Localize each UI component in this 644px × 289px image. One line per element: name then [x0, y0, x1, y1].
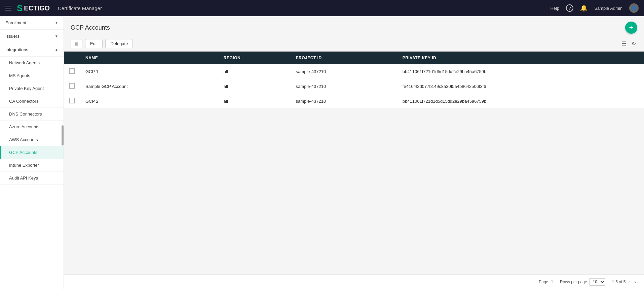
- sidebar-item-ms-agents[interactable]: MS Agents: [0, 69, 64, 82]
- add-button[interactable]: +: [625, 22, 637, 34]
- sidebar-items: Network AgentsMS AgentsPrivate Key Agent…: [0, 57, 64, 185]
- row-project-id: sample-437210: [291, 94, 397, 109]
- brand: S ECTIGO: [17, 3, 50, 13]
- sidebar-item-dns-connectors[interactable]: DNS Connectors: [0, 108, 64, 121]
- issuers-label: Issuers: [5, 34, 20, 39]
- page-label: Page: [539, 280, 548, 284]
- user-avatar[interactable]: 👤: [629, 3, 639, 13]
- sidebar-issuers-section: Issuers ▼: [0, 30, 64, 43]
- logo-text: ECTIGO: [24, 4, 50, 12]
- sidebar: Enrollment ▼ Issuers ▼ Integrations ▲ Ne…: [0, 16, 64, 289]
- help-label[interactable]: Help: [550, 6, 559, 11]
- logo-s-icon: S: [17, 3, 23, 13]
- layout: Enrollment ▼ Issuers ▼ Integrations ▲ Ne…: [0, 16, 644, 289]
- row-checkbox-0[interactable]: [69, 68, 75, 74]
- delete-button[interactable]: 🗑: [71, 39, 82, 48]
- select-all-header: [64, 52, 80, 64]
- table-header: NAME REGION PROJECT ID PRIVATE KEY ID: [64, 52, 644, 64]
- table-row: Sample GCP Account all sample-437210 fe4…: [64, 79, 644, 94]
- sidebar-item-gcp-accounts[interactable]: GCP Accounts: [0, 146, 64, 159]
- row-region: all: [218, 64, 291, 79]
- gcp-accounts-table: NAME REGION PROJECT ID PRIVATE KEY ID GC…: [64, 52, 644, 109]
- pagination-nav: 1-5 of 5 ‹ ›: [612, 278, 637, 286]
- row-project-id: sample-437210: [291, 64, 397, 79]
- row-checkbox-1[interactable]: [69, 83, 75, 89]
- row-checkbox-2[interactable]: [69, 98, 75, 103]
- hamburger-menu[interactable]: [5, 6, 11, 10]
- sidebar-item-private-key-agent[interactable]: Private Key Agent: [0, 82, 64, 95]
- user-label[interactable]: Sample Admin: [594, 6, 622, 11]
- sidebar-item-audit-api-keys[interactable]: Audit API Keys: [0, 172, 64, 185]
- sidebar-item-network-agents[interactable]: Network Agents: [0, 57, 64, 69]
- logo: S ECTIGO: [17, 3, 50, 13]
- edit-button[interactable]: Edit: [85, 39, 103, 48]
- prev-page-button[interactable]: ‹: [627, 278, 631, 286]
- enrollment-label: Enrollment: [5, 20, 26, 25]
- sidebar-item-ca-connectors[interactable]: CA Connectors: [0, 95, 64, 108]
- col-private-key-id: PRIVATE KEY ID: [397, 52, 644, 64]
- next-page-button[interactable]: ›: [633, 278, 637, 286]
- table-body: GCP 1 all sample-437210 bb411061f721d1d5…: [64, 64, 644, 109]
- row-region: all: [218, 79, 291, 94]
- row-checkbox-cell: [64, 64, 80, 79]
- sidebar-item-intune-exporter[interactable]: Intune Exporter: [0, 159, 64, 172]
- integrations-chevron-icon: ▲: [55, 48, 58, 52]
- rows-per-page: Rows per page 10 25 50: [560, 278, 605, 286]
- row-name: GCP 1: [80, 64, 218, 79]
- sidebar-item-aws-accounts[interactable]: AWS Accounts: [0, 133, 64, 146]
- page-number: 1: [551, 280, 553, 284]
- rows-per-page-label: Rows per page: [560, 280, 587, 284]
- toolbar: 🗑 Edit Delegate ☰ ↻: [64, 37, 644, 52]
- range-label: 1-5 of 5: [612, 280, 626, 284]
- table-container: NAME REGION PROJECT ID PRIVATE KEY ID GC…: [64, 52, 644, 275]
- sidebar-item-azure-accounts[interactable]: Azure Accounts: [0, 121, 64, 133]
- topnav: S ECTIGO Certificate Manager Help ? 🔔 Sa…: [0, 0, 644, 16]
- table-row: GCP 1 all sample-437210 bb411061f721d1d5…: [64, 64, 644, 79]
- trash-icon: 🗑: [74, 41, 79, 46]
- row-region: all: [218, 94, 291, 109]
- app-title: Certificate Manager: [58, 5, 102, 11]
- row-project-id: sample-437210: [291, 79, 397, 94]
- pagination-info: Page 1: [539, 280, 553, 284]
- row-name: Sample GCP Account: [80, 79, 218, 94]
- topnav-right: Help ? 🔔 Sample Admin 👤: [550, 3, 639, 13]
- sidebar-enrollment-section: Enrollment ▼: [0, 16, 64, 30]
- content-header: GCP Accounts +: [64, 16, 644, 37]
- column-settings-icon[interactable]: ☰: [620, 39, 628, 48]
- row-private-key-id: bb411061f721d1d5d15dd2e29ba45a6759b: [397, 64, 644, 79]
- issuers-chevron-icon: ▼: [55, 34, 58, 38]
- main-content: GCP Accounts + 🗑 Edit Delegate ☰ ↻ NAME: [64, 16, 644, 289]
- sidebar-integrations-header[interactable]: Integrations ▲: [0, 43, 64, 57]
- row-name: GCP 2: [80, 94, 218, 109]
- col-name: NAME: [80, 52, 218, 64]
- row-checkbox-cell: [64, 94, 80, 109]
- integrations-label: Integrations: [5, 47, 28, 52]
- sidebar-scrollbar-thumb: [62, 125, 64, 146]
- row-checkbox-cell: [64, 79, 80, 94]
- sidebar-issuers-header[interactable]: Issuers ▼: [0, 30, 64, 43]
- table-row: GCP 2 all sample-437210 bb411061f721d1d5…: [64, 94, 644, 109]
- sidebar-integrations-section: Integrations ▲ Network AgentsMS AgentsPr…: [0, 43, 64, 185]
- rows-per-page-select[interactable]: 10 25 50: [589, 278, 605, 286]
- table-footer: Page 1 Rows per page 10 25 50 1-5 of 5 ‹…: [64, 275, 644, 289]
- delegate-button[interactable]: Delegate: [105, 39, 133, 48]
- row-private-key-id: fe416f42d077b149c8a30f5a4b8642506f3f6: [397, 79, 644, 94]
- col-region: REGION: [218, 52, 291, 64]
- sidebar-enrollment-header[interactable]: Enrollment ▼: [0, 16, 64, 30]
- refresh-icon[interactable]: ↻: [630, 39, 637, 48]
- toolbar-right: ☰ ↻: [620, 39, 637, 48]
- enrollment-chevron-icon: ▼: [55, 21, 58, 25]
- col-project-id: PROJECT ID: [291, 52, 397, 64]
- row-private-key-id: bb411061f721d1d5d15dd2e29ba45a6759b: [397, 94, 644, 109]
- sidebar-scrollbar[interactable]: [62, 16, 64, 289]
- help-icon[interactable]: ?: [566, 4, 573, 12]
- notifications-icon[interactable]: 🔔: [580, 4, 588, 12]
- page-title: GCP Accounts: [71, 24, 110, 31]
